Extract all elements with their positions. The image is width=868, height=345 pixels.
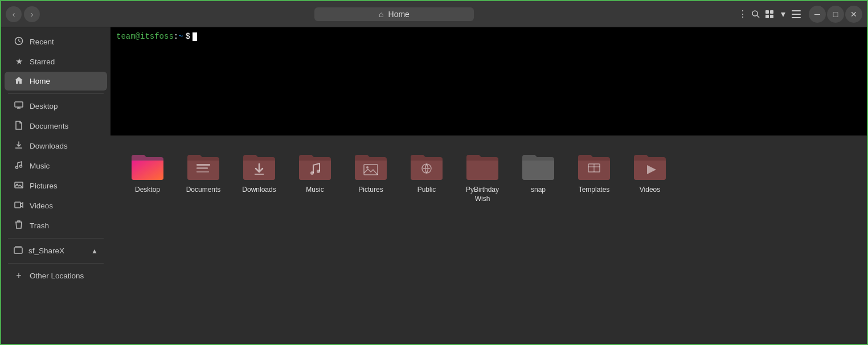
search-button[interactable] [751, 5, 762, 23]
folder-templates[interactable]: Templates [568, 147, 620, 208]
folder-pybirthday-icon [464, 151, 501, 182]
terminal-area[interactable]: team@itsfoss : ~ $ [110, 27, 867, 135]
sidebar-item-sf-sharex[interactable]: sf_ShareX ▲ [5, 241, 107, 260]
sidebar-item-trash[interactable]: Trash [5, 216, 107, 235]
svg-point-17 [20, 165, 22, 167]
other-locations-icon: + [14, 270, 24, 281]
desktop-sidebar-icon [14, 101, 24, 112]
location-title: Home [388, 10, 410, 19]
nav-buttons: ‹ › [6, 6, 51, 22]
sidebar-item-documents[interactable]: Documents [5, 117, 107, 135]
folder-desktop-icon [129, 151, 166, 182]
folder-public-label: Public [417, 186, 436, 195]
sidebar-item-downloads[interactable]: Downloads [5, 137, 107, 155]
sidebar-label-other-locations: Other Locations [30, 272, 84, 280]
sidebar-item-music[interactable]: Music [5, 157, 107, 175]
folder-music[interactable]: Music [289, 147, 341, 208]
svg-rect-7 [792, 14, 801, 15]
sidebar-item-videos[interactable]: Videos [5, 196, 107, 215]
music-sidebar-icon [14, 161, 24, 171]
sf-sharex-eject-icon[interactable]: ▲ [91, 247, 98, 255]
terminal-path: ~ [178, 32, 183, 41]
hamburger-button[interactable] [791, 5, 802, 23]
sidebar: Recent ★ Starred Home Desktop [1, 27, 110, 344]
folder-pictures-label: Pictures [358, 186, 383, 195]
folder-templates-icon [576, 151, 612, 182]
folder-music-icon [297, 151, 333, 182]
videos-sidebar-icon [14, 200, 24, 211]
folder-public[interactable]: Public [401, 147, 452, 208]
folder-pictures[interactable]: Pictures [345, 147, 396, 208]
sidebar-item-pictures[interactable]: Pictures [5, 176, 107, 195]
view-grid-button[interactable] [764, 5, 775, 23]
terminal-colon: : [174, 32, 178, 41]
folder-downloads-label: Downloads [242, 186, 276, 195]
sidebar-label-desktop: Desktop [30, 102, 58, 110]
folder-pybirthday-label: PyBirthday Wish [459, 186, 506, 203]
sf-sharex-left: sf_ShareX [14, 245, 64, 256]
sf-sharex-icon [14, 245, 23, 256]
svg-rect-5 [770, 15, 773, 18]
folder-pybirthday[interactable]: PyBirthday Wish [457, 147, 508, 208]
nav-forward-button[interactable]: › [24, 6, 40, 22]
svg-rect-12 [15, 102, 23, 107]
menu-button[interactable]: ⋮ [737, 5, 748, 23]
svg-line-11 [19, 41, 21, 42]
svg-point-0 [752, 11, 758, 16]
folder-videos[interactable]: Videos [624, 147, 675, 208]
sidebar-divider-1 [8, 93, 104, 94]
terminal-prompt: team@itsfoss : ~ $ [116, 32, 861, 41]
pictures-sidebar-icon [14, 180, 24, 191]
svg-rect-22 [15, 246, 22, 248]
sidebar-label-home: Home [30, 77, 50, 85]
sidebar-item-desktop[interactable]: Desktop [5, 97, 107, 116]
svg-point-30 [366, 166, 369, 169]
sidebar-item-home[interactable]: Home [5, 72, 107, 91]
view-dropdown-button[interactable]: ▾ [777, 5, 789, 23]
window-controls: ─ □ ✕ [809, 6, 862, 23]
folder-documents-icon [185, 151, 222, 182]
nav-back-button[interactable]: ‹ [6, 6, 22, 22]
documents-sidebar-icon [14, 121, 24, 132]
folder-snap-label: snap [531, 186, 546, 195]
svg-rect-25 [196, 171, 209, 172]
folder-pictures-icon [353, 151, 389, 182]
sidebar-item-starred[interactable]: ★ Starred [5, 52, 107, 71]
svg-rect-8 [792, 17, 801, 18]
sidebar-divider-3 [8, 263, 104, 264]
sidebar-label-videos: Videos [30, 202, 53, 210]
sidebar-item-other-locations[interactable]: + Other Locations [5, 266, 107, 285]
folder-downloads[interactable]: Downloads [234, 147, 285, 208]
svg-rect-23 [196, 164, 210, 166]
close-button[interactable]: ✕ [845, 6, 862, 23]
folder-videos-label: Videos [640, 186, 660, 195]
svg-rect-3 [770, 10, 773, 14]
sidebar-label-downloads: Downloads [30, 142, 68, 150]
folder-public-icon [408, 151, 445, 182]
svg-point-27 [310, 171, 314, 175]
sidebar-label-trash: Trash [30, 221, 49, 230]
svg-point-28 [317, 170, 320, 173]
sidebar-item-recent[interactable]: Recent [5, 32, 107, 51]
folder-downloads-icon [241, 151, 277, 182]
folder-desktop[interactable]: Desktop [122, 147, 173, 208]
recent-icon [14, 36, 24, 47]
home-icon: ⌂ [379, 10, 383, 19]
sidebar-label-sf-sharex: sf_ShareX [28, 247, 64, 255]
folder-documents[interactable]: Documents [178, 147, 229, 208]
terminal-user: team@itsfoss [116, 32, 174, 41]
terminal-cursor [193, 32, 197, 41]
svg-rect-24 [196, 167, 208, 169]
folder-snap-icon [520, 151, 556, 182]
content-pane: team@itsfoss : ~ $ [110, 27, 867, 344]
svg-line-1 [757, 15, 759, 18]
downloads-sidebar-icon [14, 141, 24, 151]
folder-desktop-label: Desktop [135, 186, 160, 195]
sidebar-label-starred: Starred [30, 57, 55, 66]
minimize-button[interactable]: ─ [809, 6, 826, 23]
sidebar-label-recent: Recent [30, 38, 54, 46]
location-bar[interactable]: ⌂ Home [314, 7, 474, 21]
svg-rect-4 [765, 15, 769, 18]
maximize-button[interactable]: □ [827, 6, 844, 23]
folder-snap[interactable]: snap [513, 147, 564, 208]
